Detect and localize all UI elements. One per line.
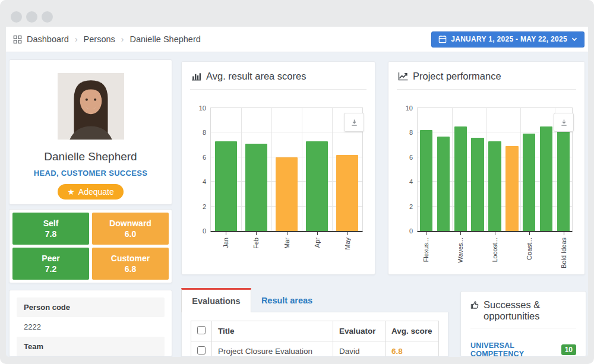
person-code-value: 2222 <box>17 317 165 337</box>
x-axis-cell: Mar <box>271 232 302 249</box>
score-tile-value: 6.8 <box>125 264 136 274</box>
chart-title: Project performance <box>413 71 501 82</box>
calendar-icon <box>438 35 447 43</box>
bar-Feb <box>245 144 268 231</box>
window-dot-icon[interactable] <box>42 11 53 23</box>
axis-tick <box>347 232 348 235</box>
table-header-row: Title Evaluator Avg. score <box>191 321 439 341</box>
x-axis-tick-label: Feb <box>252 238 260 249</box>
breadcrumb-item-person-name: Danielle Shepherd <box>129 34 200 44</box>
x-axis-cell: Flexus... <box>417 232 434 262</box>
bar-column <box>211 108 241 231</box>
successes-opportunities-card: Successes & opportunities UNIVERSAL COMP… <box>460 291 586 357</box>
divider <box>190 89 366 90</box>
project-performance-card: Project performance 0246810Flexus...Wave… <box>388 61 585 275</box>
person-name: Danielle Shepherd <box>10 150 172 163</box>
x-axis-cell <box>434 232 451 238</box>
y-axis-tick-label: 6 <box>203 154 206 161</box>
window-titlebar <box>0 0 594 27</box>
tab-result-areas[interactable]: Result areas <box>251 288 323 312</box>
x-axis-cell: Waves... <box>451 232 469 262</box>
thumbs-up-icon <box>470 300 479 309</box>
tab-evaluations[interactable]: Evaluations <box>181 288 251 312</box>
axis-tick <box>226 232 226 235</box>
avg-score-cell: 6.8 <box>386 341 439 357</box>
evaluations-panel: Title Evaluator Avg. score Project Closu… <box>181 312 448 357</box>
x-axis-labels: Flexus...Waves...Locost...Coast...Bold I… <box>417 232 573 268</box>
bar-chart-icon <box>191 72 201 81</box>
date-range-button[interactable]: JANUARY 1, 2025 - MAY 22, 2025 <box>431 31 584 48</box>
chart-title: Avg. result area scores <box>206 71 306 82</box>
x-axis-tick-label: May <box>344 238 351 250</box>
bar-Locost... <box>488 141 501 231</box>
x-axis-tick-label: Bold Ideas <box>560 238 567 268</box>
x-axis-cell: May <box>333 232 363 250</box>
y-axis-tick-label: 10 <box>406 105 413 112</box>
status-badge: ★ Adequate <box>58 184 124 200</box>
app-viewport: Dashboard › Persons › Danielle Shepherd … <box>6 27 588 357</box>
team-value <box>17 356 165 357</box>
bar-column <box>241 108 271 231</box>
bars <box>418 108 572 231</box>
evaluation-title-cell[interactable]: Project Closure Evaluation <box>212 341 333 357</box>
x-axis-cell <box>538 232 555 238</box>
bar-column <box>538 108 555 231</box>
x-axis-tick-label: Waves... <box>457 238 464 262</box>
axis-tick <box>317 232 318 235</box>
top-bar: Dashboard › Persons › Danielle Shepherd … <box>6 27 588 52</box>
bar-column <box>503 108 520 231</box>
x-axis-cell <box>504 232 521 238</box>
score-tile-value: 7.2 <box>45 264 56 274</box>
y-axis-tick-label: 4 <box>203 178 206 185</box>
select-all-checkbox[interactable] <box>197 326 206 334</box>
chart-title-row: Avg. result area scores <box>182 62 375 89</box>
score-tile-downward: Downward 6.0 <box>92 213 169 245</box>
table-row[interactable]: Project Closure Evaluation David 6.8 <box>191 341 439 357</box>
date-range-label: JANUARY 1, 2025 - MAY 22, 2025 <box>451 35 567 43</box>
profile-photo <box>58 73 124 140</box>
competency-score-badge: 10 <box>561 344 576 355</box>
x-axis-tick-label: Coast... <box>526 238 533 260</box>
status-badge-label: Adequate <box>78 187 114 197</box>
window-dot-icon[interactable] <box>11 11 22 23</box>
chart-plot-area: 0246810 <box>210 107 363 232</box>
score-tile-label: Customer <box>111 254 150 263</box>
browser-window: Dashboard › Persons › Danielle Shepherd … <box>0 0 594 364</box>
bar-column <box>469 108 486 231</box>
y-axis-tick-label: 8 <box>203 129 206 136</box>
person-code-label: Person code <box>17 297 165 317</box>
row-checkbox[interactable] <box>197 346 206 354</box>
x-axis-cell: Coast... <box>521 232 538 260</box>
breadcrumb-item-persons[interactable]: Persons <box>84 34 115 44</box>
bar-item-2 <box>437 137 450 231</box>
axis-tick <box>460 232 461 235</box>
y-axis-tick-label: 6 <box>409 154 413 161</box>
avg-result-area-scores-card: Avg. result area scores 0246810JanFebMar… <box>181 61 375 275</box>
competency-label[interactable]: UNIVERSAL COMPETENCY <box>470 341 556 357</box>
divider <box>470 328 576 328</box>
x-axis-tick-label: Flexus... <box>422 238 429 262</box>
y-axis-tick-label: 8 <box>409 129 413 136</box>
breadcrumb-separator: › <box>120 34 125 44</box>
score-tile-label: Downward <box>109 219 151 228</box>
y-axis-tick-label: 2 <box>409 203 413 210</box>
bar-column <box>520 108 538 231</box>
competency-item[interactable]: UNIVERSAL COMPETENCY 10 <box>470 341 576 357</box>
bar-item-4 <box>471 138 484 231</box>
score-tile-self: Self 7.8 <box>12 213 89 245</box>
x-axis-cell: Jan <box>210 232 241 248</box>
window-dot-icon[interactable] <box>26 11 37 23</box>
breadcrumb-item-dashboard[interactable]: Dashboard <box>27 34 69 44</box>
person-info-card: Person code 2222 Team <box>9 290 172 357</box>
person-role: HEAD, CUSTOMER SUCCESS <box>10 169 172 178</box>
bar-Coast... <box>523 134 535 231</box>
chevron-down-icon <box>571 36 577 42</box>
project-performance-chart: 0246810Flexus...Waves...Locost...Coast..… <box>417 107 573 268</box>
bar-Bold Ideas <box>557 123 570 231</box>
x-axis-cell: Locost... <box>486 232 503 262</box>
column-title: Title <box>212 321 333 341</box>
chart-download-button[interactable] <box>344 113 364 132</box>
score-tile-value: 7.8 <box>45 229 56 239</box>
chart-download-button[interactable] <box>554 113 574 132</box>
bar-item-8 <box>540 126 552 231</box>
